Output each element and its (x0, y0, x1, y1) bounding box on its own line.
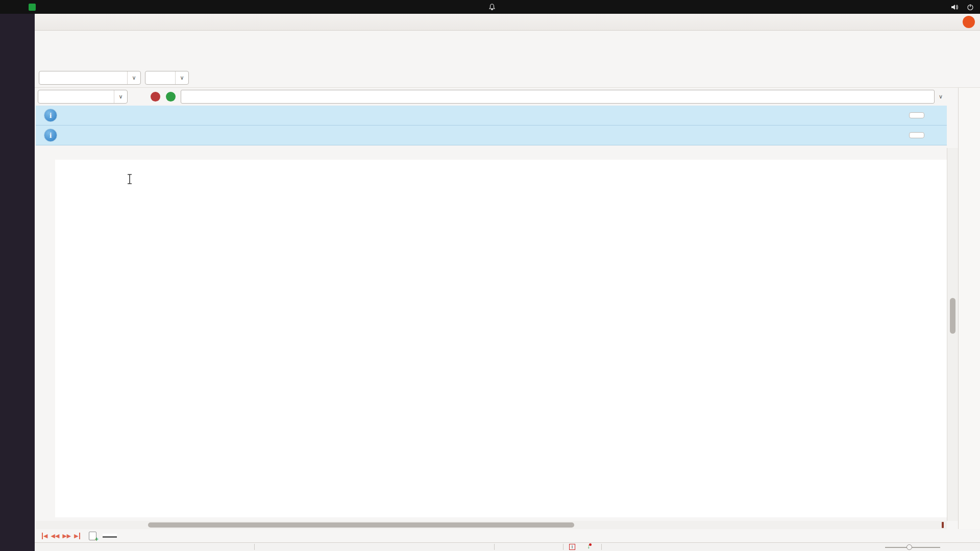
screen: ∨ ∨ ∨ ∨ i i (0, 0, 980, 551)
formatting-toolbar: ∨ ∨ (35, 68, 980, 88)
libreoffice-calc-window: ∨ ∨ ∨ ∨ i i (35, 14, 980, 551)
get-involved-button[interactable] (909, 112, 924, 118)
previous-sheet-icon[interactable]: ◀◀ (51, 533, 59, 539)
status-bar: I ↓ (35, 542, 980, 551)
focused-app-indicator[interactable] (29, 4, 39, 11)
next-sheet-icon[interactable]: ▶▶ (62, 533, 71, 539)
sidebar-tab-strip (958, 88, 980, 529)
horizontal-scrollbar[interactable] (36, 521, 947, 529)
dock (0, 14, 35, 551)
donate-button[interactable] (909, 132, 924, 138)
accept-button[interactable] (163, 90, 178, 104)
last-sheet-icon[interactable]: ▶ (74, 533, 80, 539)
horizontal-scrollbar-thumb[interactable] (148, 522, 574, 528)
split-handle[interactable] (942, 522, 944, 528)
titlebar[interactable] (35, 14, 980, 31)
accept-icon (166, 92, 176, 102)
zoom-knob[interactable] (906, 544, 912, 550)
row-headers (36, 160, 55, 517)
clock-menu[interactable] (485, 4, 496, 11)
zoom-slider[interactable] (877, 543, 948, 551)
activities-button[interactable] (0, 0, 16, 14)
info-icon: i (44, 129, 57, 142)
add-sheet-icon[interactable] (89, 532, 96, 540)
mouse-ibeam-cursor (126, 173, 133, 185)
font-name-dropdown-icon[interactable]: ∨ (127, 71, 140, 84)
function-wizard-button[interactable] (133, 90, 147, 104)
volume-icon (951, 4, 959, 11)
sheet-tab-bar: ◀ ◀◀ ▶▶ ▶ (35, 529, 980, 542)
font-size-combo[interactable]: ∨ (145, 71, 189, 85)
standard-toolbar (35, 47, 980, 68)
close-button[interactable] (963, 16, 975, 28)
formula-input[interactable] (181, 90, 935, 104)
font-size-dropdown-icon[interactable]: ∨ (175, 71, 188, 84)
minimize-button[interactable] (924, 16, 936, 28)
document-modified-icon[interactable]: ↓ (587, 543, 590, 550)
calc-app-icon (29, 4, 36, 11)
first-sheet-icon[interactable]: ◀ (42, 533, 47, 539)
cancel-icon (151, 92, 160, 102)
font-name-combo[interactable]: ∨ (39, 71, 141, 85)
zoom-track[interactable] (885, 547, 940, 548)
cancel-button[interactable] (148, 90, 162, 104)
name-box[interactable]: ∨ (38, 90, 128, 104)
menu-bar (35, 31, 980, 47)
spreadsheet-grid (55, 160, 947, 517)
vertical-scrollbar-thumb[interactable] (950, 298, 955, 334)
formula-bar: ∨ ∨ (36, 88, 947, 106)
expand-formula-bar-icon[interactable]: ∨ (935, 93, 947, 100)
info-icon: i (44, 109, 57, 122)
maximize-button[interactable] (943, 16, 955, 28)
notification-bell-icon (489, 4, 496, 11)
notification-bar-getinvolved: i (36, 106, 947, 126)
power-icon (967, 4, 974, 11)
gnome-top-bar (0, 0, 980, 14)
sheet-tab-sheet1[interactable] (103, 534, 117, 538)
notification-bar-donate: i (36, 126, 947, 145)
name-box-dropdown-icon[interactable]: ∨ (114, 90, 127, 103)
system-status-area[interactable] (951, 4, 974, 11)
vertical-scrollbar[interactable] (947, 148, 958, 521)
selection-mode-icon[interactable]: I (569, 544, 575, 550)
